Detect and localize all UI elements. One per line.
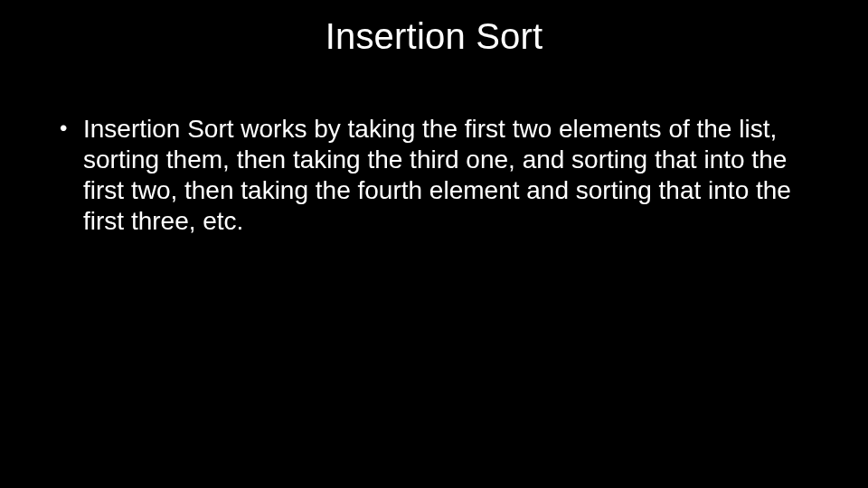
slide-body: Insertion Sort works by taking the first… (58, 114, 825, 238)
bullet-list: Insertion Sort works by taking the first… (58, 114, 825, 238)
slide: Insertion Sort Insertion Sort works by t… (0, 0, 868, 488)
list-item: Insertion Sort works by taking the first… (58, 114, 825, 238)
bullet-text: Insertion Sort works by taking the first… (83, 115, 791, 235)
slide-title: Insertion Sort (0, 16, 868, 57)
